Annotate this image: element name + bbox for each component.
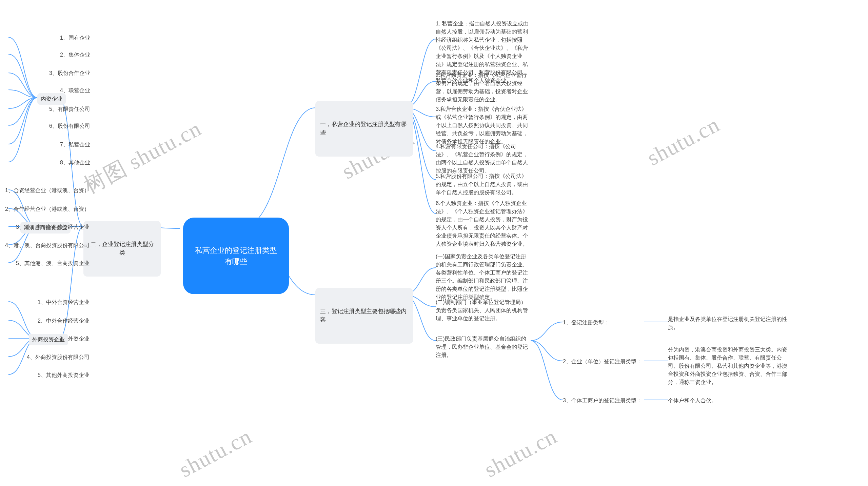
branch-2-title: 二，企业登记注册类型分类 [88,240,156,257]
sub-b-item-2[interactable]: 2、合作经营企业（港或澳、台资） [3,205,90,213]
sub3-desc-1[interactable]: 是指企业及各类单位在登记注册机关登记注册的性质。 [668,315,790,331]
sub-a-item-5[interactable]: 5、有限责任公司 [37,105,90,113]
branch1-item-2[interactable]: 2.私营独资企业：指按《私营企业暂行条例》的规定，由一名自然人投资经营，以雇佣劳… [436,71,531,104]
sub3-desc-3[interactable]: 个体户和个人合伙。 [668,397,717,405]
leaf-text: 2.私营独资企业：指按《私营企业暂行条例》的规定，由一名自然人投资经营，以雇佣劳… [436,72,528,102]
sub3-label-1[interactable]: 1、登记注册类型： [563,319,609,327]
root-node[interactable]: 私营企业的登记注册类型 有哪些 [183,218,289,294]
branch1-item-4[interactable]: 4.私营有限责任公司：指按《公司法》、《私营企业暂行条例》的规定，由两个以上自然… [436,142,531,175]
leaf-text: 1、中外合资经营企业 [38,299,90,305]
sub-c-item-1[interactable]: 1、中外合资经营企业 [24,298,90,306]
leaf-text: 是指企业及各类单位在登记注册机关登记注册的性质。 [668,316,787,330]
sub-a-item-6[interactable]: 6、股份有限公司 [37,122,90,130]
sub-a-item-3[interactable]: 3、股份合作企业 [37,69,90,77]
sub-a-item-2[interactable]: 2、集体企业 [46,51,90,59]
branch1-item-5[interactable]: 5.私营股份有限公司：指按《公司法》的规定，由五个以上自然人投资，或由单个自然人… [436,172,531,197]
leaf-text: 4.私营有限责任公司：指按《公司法》、《私营企业暂行条例》的规定，由两个以上自然… [436,143,528,174]
leaf-text: 个体户和个人合伙。 [668,398,717,403]
leaf-text: 1、登记注册类型： [563,320,609,325]
sub3-label-3[interactable]: 3、个体工商户的登记注册类型： [563,397,648,405]
sub-a-item-1[interactable]: 1、国有企业 [46,34,90,42]
branch1-item-3[interactable]: 3.私营合伙企业：指按《合伙企业法》或《私营企业暂行条例》的规定，由两个以上自然… [436,105,531,146]
sub-c-item-4[interactable]: 4、外商投资股份有限公司 [14,353,90,361]
sub-a-item-7[interactable]: 7、私营企业 [46,141,90,149]
leaf-text: 3、股份合作企业 [49,70,90,76]
leaf-text: 8、其他企业 [60,160,90,165]
sub3-label-2[interactable]: 2、企业（单位）登记注册类型： [563,358,648,366]
leaf-text: 6.个人独资企业：指按《个人独资企业法》、《个人独资企业登记管理办法》的规定，由… [436,200,528,247]
sub-b-item-3[interactable]: 3、港、澳、台商独资经营企业 [3,223,90,231]
leaf-text: 2、企业（单位）登记注册类型： [563,359,642,364]
sub-b-item-1[interactable]: 1、合资经营企业（港或澳、台资） [3,186,90,195]
root-title: 私营企业的登记注册类型 有哪些 [192,245,280,267]
leaf-text: 4、港、澳、台商投资股份有限公司 [5,242,90,248]
sub-c-item-2[interactable]: 2、中外合作经营企业 [24,317,90,325]
sub-label: 内资企业 [41,96,62,102]
leaf-text: 1、国有企业 [60,35,90,41]
leaf-text: 2、集体企业 [60,52,90,58]
branch3-item-1[interactable]: (一)国家负责企业及各类单位登记注册的机关有工商行政管理部门负责企业、各类营利性… [436,252,531,301]
sub-a-item-8[interactable]: 8、其他企业 [46,159,90,167]
leaf-text: 5、有限责任公司 [49,106,90,112]
sub-c-item-5[interactable]: 5、其他外商投资企业 [24,371,90,379]
leaf-text: 1、合资经营企业（港或澳、台资） [5,187,90,193]
branch3-item-2[interactable]: (二)编制部门（事业单位登记管理局）负责各类国家机关、人民团体的机构管理、事业单… [436,298,531,323]
sub3-desc-2[interactable]: 分为内资，港澳台商投资和外商投资三大类。内资包括国有、集体、股份合作、联营、有限… [668,346,790,386]
leaf-text: (二)编制部门（事业单位登记管理局）负责各类国家机关、人民团体的机构管理、事业单… [436,299,528,321]
branch-1-title: 一，私营企业的登记注册类型有哪 些 [320,120,408,137]
watermark: shutu.cn [480,424,561,483]
watermark: 树图 shutu.cn [79,114,206,201]
watermark: shutu.cn [643,112,724,171]
mindmap-stage: .ln{fill:none;stroke:#5aa6ff;stroke-widt… [0,0,868,486]
leaf-text: 5.私营股份有限公司：指按《公司法》的规定，由五个以上自然人投资，或由单个自然人… [436,173,528,195]
sub-b-item-5[interactable]: 5、其他港、澳、台商投资企业 [3,259,90,267]
leaf-text: 3、个体工商户的登记注册类型： [563,398,642,403]
branch3-item-3[interactable]: (三)民政部门负责基层群众自治组织的管理，民办非企业单位、基金会的登记注册。 [436,335,531,359]
sub-b-item-4[interactable]: 4、港、澳、台商投资股份有限公司 [3,241,90,249]
sub-a[interactable]: 内资企业 [37,93,66,105]
watermark: shutu.cn [175,424,256,483]
leaf-text: (三)民政部门负责基层群众自治组织的管理，民办非企业单位、基金会的登记注册。 [436,336,528,358]
branch-3[interactable]: 三，登记注册类型主要包括哪些内 容 [315,288,413,344]
leaf-text: 7、私营企业 [60,142,90,147]
leaf-text: 5、其他港、澳、台商投资企业 [16,260,90,266]
leaf-text: (一)国家负责企业及各类单位登记注册的机关有工商行政管理部门负责企业、各类营利性… [436,254,528,300]
branch-2[interactable]: 二，企业登记注册类型分类 [83,221,161,277]
sub-c-item-3[interactable]: 3、外资企业 [46,335,90,343]
leaf-text: 4、联营企业 [60,87,90,93]
branch-1[interactable]: 一，私营企业的登记注册类型有哪 些 [315,101,413,157]
leaf-text: 3、外资企业 [59,336,90,342]
sub-a-item-4[interactable]: 4、联营企业 [46,86,90,95]
branch-3-title: 三，登记注册类型主要包括哪些内 容 [320,307,408,324]
leaf-text: 5、其他外商投资企业 [38,372,90,378]
leaf-text: 6、股份有限公司 [49,123,90,129]
leaf-text: 3.私营合伙企业：指按《合伙企业法》或《私营企业暂行条例》的规定，由两个以上自然… [436,106,528,144]
leaf-text: 4、外商投资股份有限公司 [27,354,90,360]
leaf-text: 2、中外合作经营企业 [38,318,90,324]
leaf-text: 分为内资，港澳台商投资和外商投资三大类。内资包括国有、集体、股份合作、联营、有限… [668,347,787,385]
branch1-item-6[interactable]: 6.个人独资企业：指按《个人独资企业法》、《个人独资企业登记管理办法》的规定，由… [436,199,531,248]
leaf-text: 2、合作经营企业（港或澳、台资） [5,206,90,212]
leaf-text: 3、港、澳、台商独资经营企业 [16,224,90,230]
